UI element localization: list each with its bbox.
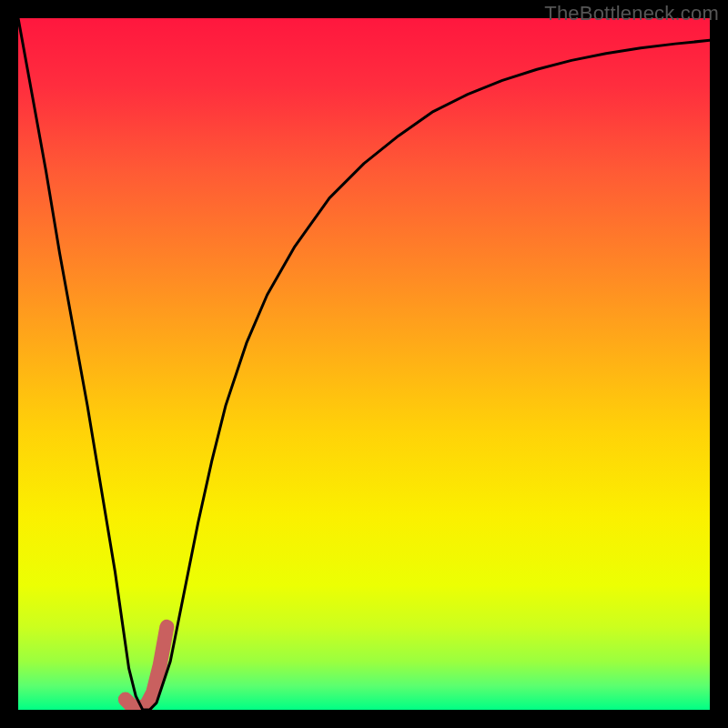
chart-frame: TheBottleneck.com [0,0,728,728]
watermark-text: TheBottleneck.com [544,2,719,25]
chart-svg [18,18,710,710]
gradient-background [18,18,710,710]
plot-area [18,18,710,710]
